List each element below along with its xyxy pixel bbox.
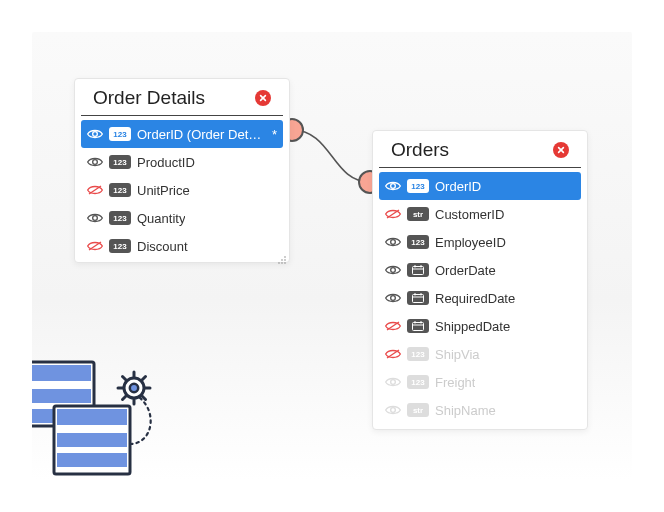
field-employeeid[interactable]: 123 EmployeeID — [373, 228, 587, 256]
eye-hidden-icon[interactable] — [385, 318, 401, 334]
type-badge-number: 123 — [109, 183, 131, 197]
svg-point-0 — [93, 132, 98, 137]
close-icon[interactable] — [255, 90, 271, 106]
svg-line-47 — [142, 377, 146, 381]
field-list: 123 OrderID str CustomerID 123 EmployeeI… — [373, 168, 587, 426]
field-requireddate[interactable]: RequiredDate — [373, 284, 587, 312]
type-badge-string: str — [407, 207, 429, 221]
type-badge-date — [407, 291, 429, 305]
table-order-details[interactable]: Order Details 123 OrderID (Order Det… * … — [74, 78, 290, 263]
svg-rect-37 — [57, 409, 127, 425]
eye-hidden-icon[interactable] — [87, 182, 103, 198]
eye-hidden-icon[interactable] — [385, 346, 401, 362]
type-badge-number: 123 — [407, 235, 429, 249]
eye-icon[interactable] — [385, 290, 401, 306]
svg-point-8 — [278, 262, 280, 264]
field-label: ShipVia — [435, 347, 480, 362]
svg-rect-33 — [32, 365, 91, 381]
type-badge-number: 123 — [407, 347, 429, 361]
query-designer-canvas[interactable]: Order Details 123 OrderID (Order Det… * … — [32, 32, 632, 480]
type-badge-number: 123 — [109, 127, 131, 141]
field-shipname[interactable]: str ShipName — [373, 396, 587, 424]
field-label: ProductID — [137, 155, 195, 170]
eye-icon[interactable] — [385, 402, 401, 418]
svg-point-31 — [391, 408, 396, 413]
table-header[interactable]: Orders — [379, 131, 581, 168]
field-unitprice[interactable]: 123 UnitPrice — [75, 176, 289, 204]
table-title: Order Details — [93, 87, 205, 109]
eye-icon[interactable] — [87, 210, 103, 226]
field-label: OrderDate — [435, 263, 496, 278]
eye-icon[interactable] — [385, 262, 401, 278]
primary-key-star: * — [268, 127, 277, 142]
svg-point-1 — [93, 160, 98, 165]
resize-handle[interactable] — [277, 251, 287, 261]
field-orderid[interactable]: 123 OrderID — [379, 172, 581, 200]
svg-rect-15 — [413, 267, 424, 275]
eye-icon[interactable] — [385, 234, 401, 250]
database-illustration-icon — [32, 334, 190, 480]
svg-point-30 — [391, 380, 396, 385]
field-shipvia[interactable]: 123 ShipVia — [373, 340, 587, 368]
svg-point-3 — [93, 216, 98, 221]
field-label: ShippedDate — [435, 319, 510, 334]
type-badge-date — [407, 319, 429, 333]
field-label: EmployeeID — [435, 235, 506, 250]
eye-icon[interactable] — [385, 178, 401, 194]
svg-point-9 — [281, 262, 283, 264]
field-orderdate[interactable]: OrderDate — [373, 256, 587, 284]
close-icon[interactable] — [553, 142, 569, 158]
table-header[interactable]: Order Details — [81, 79, 283, 116]
svg-point-49 — [130, 384, 138, 392]
type-badge-number: 123 — [407, 179, 429, 193]
svg-point-10 — [284, 262, 286, 264]
table-orders[interactable]: Orders 123 OrderID str CustomerID 123 Em… — [372, 130, 588, 430]
field-customerid[interactable]: str CustomerID — [373, 200, 587, 228]
field-list: 123 OrderID (Order Det… * 123 ProductID … — [75, 116, 289, 262]
field-label: OrderID — [435, 179, 481, 194]
svg-point-6 — [281, 259, 283, 261]
type-badge-number: 123 — [109, 155, 131, 169]
field-label: RequiredDate — [435, 291, 515, 306]
svg-rect-34 — [32, 389, 91, 403]
svg-point-7 — [284, 259, 286, 261]
eye-hidden-icon[interactable] — [87, 238, 103, 254]
field-label: ShipName — [435, 403, 496, 418]
field-label: Freight — [435, 375, 475, 390]
svg-line-48 — [123, 396, 127, 400]
field-shippeddate[interactable]: ShippedDate — [373, 312, 587, 340]
field-label: CustomerID — [435, 207, 504, 222]
field-orderid[interactable]: 123 OrderID (Order Det… * — [81, 120, 283, 148]
svg-point-11 — [391, 184, 396, 189]
type-badge-number: 123 — [407, 375, 429, 389]
eye-hidden-icon[interactable] — [385, 206, 401, 222]
field-freight[interactable]: 123 Freight — [373, 368, 587, 396]
field-discount[interactable]: 123 Discount — [75, 232, 289, 260]
svg-point-13 — [391, 240, 396, 245]
field-label: UnitPrice — [137, 183, 190, 198]
field-quantity[interactable]: 123 Quantity — [75, 204, 289, 232]
table-title: Orders — [391, 139, 449, 161]
eye-icon[interactable] — [385, 374, 401, 390]
field-productid[interactable]: 123 ProductID — [75, 148, 289, 176]
field-label: OrderID (Order Det… — [137, 127, 261, 142]
svg-rect-39 — [57, 453, 127, 467]
type-badge-string: str — [407, 403, 429, 417]
type-badge-date — [407, 263, 429, 277]
type-badge-number: 123 — [109, 239, 131, 253]
eye-icon[interactable] — [87, 154, 103, 170]
field-label: Quantity — [137, 211, 185, 226]
svg-rect-38 — [57, 433, 127, 447]
svg-rect-20 — [413, 295, 424, 303]
svg-rect-25 — [413, 323, 424, 331]
type-badge-number: 123 — [109, 211, 131, 225]
field-label: Discount — [137, 239, 188, 254]
eye-icon[interactable] — [87, 126, 103, 142]
svg-point-14 — [391, 268, 396, 273]
svg-point-19 — [391, 296, 396, 301]
svg-point-5 — [284, 256, 286, 258]
svg-line-45 — [123, 377, 127, 381]
